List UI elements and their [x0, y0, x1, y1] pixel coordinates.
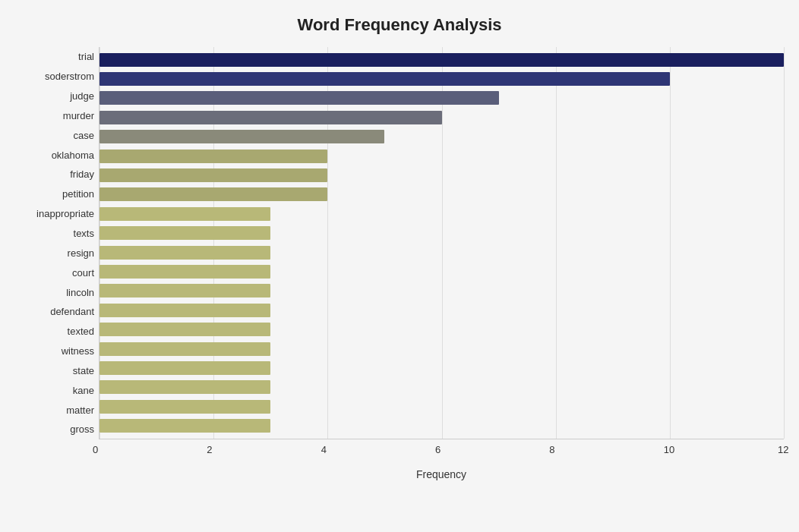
bar	[99, 72, 670, 86]
bar-row	[99, 109, 784, 126]
bar-row	[99, 186, 784, 203]
bar-row	[99, 90, 784, 106]
y-label: defendant	[15, 302, 94, 322]
bar-row	[99, 398, 784, 415]
bar-row	[99, 302, 784, 319]
x-tick: 10	[664, 444, 674, 455]
bar-row	[99, 128, 784, 145]
y-axis: trialsoderstromjudgemurdercaseoklahomafr…	[15, 47, 99, 439]
y-label: murder	[15, 106, 94, 126]
bar	[99, 53, 784, 67]
bar	[99, 284, 270, 297]
bars-area	[99, 47, 784, 439]
bar-row	[99, 167, 784, 184]
y-label: kane	[15, 380, 94, 400]
bar	[99, 226, 270, 240]
y-label: resign	[15, 243, 94, 263]
x-tick: 2	[207, 444, 212, 455]
bar-row	[99, 244, 784, 261]
chart-title: Word Frequency Analysis	[15, 15, 784, 35]
x-axis-label: Frequency	[99, 468, 784, 480]
y-label: judge	[15, 87, 94, 106]
y-label: witness	[15, 342, 94, 361]
bar-row	[99, 341, 784, 357]
bar	[99, 150, 327, 163]
y-label: petition	[15, 184, 94, 204]
bar	[99, 265, 270, 279]
y-label: texts	[15, 224, 94, 244]
bar	[99, 323, 270, 336]
bar	[99, 207, 270, 221]
bar	[99, 361, 270, 375]
bar-row	[99, 52, 784, 68]
bar	[99, 304, 270, 317]
y-label: soderstrom	[15, 67, 94, 87]
y-label: oklahoma	[15, 145, 94, 165]
y-label: state	[15, 361, 94, 381]
bar-row	[99, 379, 784, 395]
bar-row	[99, 263, 784, 280]
bar	[99, 342, 270, 356]
bar	[99, 380, 270, 394]
bar-row	[99, 282, 784, 299]
y-label: court	[15, 263, 94, 282]
bar	[99, 419, 270, 433]
x-tick: 6	[435, 444, 441, 455]
bar-row	[99, 321, 784, 338]
bar	[99, 246, 270, 260]
y-label: trial	[15, 47, 94, 67]
y-label: matter	[15, 400, 94, 420]
bar-row	[99, 148, 784, 165]
y-label: texted	[15, 322, 94, 342]
x-tick: 4	[321, 444, 327, 455]
bar	[99, 187, 327, 201]
bar-row	[99, 206, 784, 222]
chart-container: Word Frequency Analysis trialsoderstromj…	[0, 0, 799, 532]
bar	[99, 130, 384, 143]
grid-line	[784, 47, 785, 439]
y-label: friday	[15, 165, 94, 184]
x-tick: 12	[778, 444, 788, 455]
x-tick: 8	[549, 444, 554, 455]
y-label: lincoln	[15, 282, 94, 302]
y-label: case	[15, 125, 94, 145]
x-tick: 0	[93, 444, 98, 455]
bar	[99, 168, 327, 182]
x-axis: 024681012	[99, 444, 784, 467]
y-label: inappropriate	[15, 204, 94, 224]
bar	[99, 111, 442, 124]
bar-row	[99, 71, 784, 87]
bar-row	[99, 360, 784, 376]
y-label: gross	[15, 420, 94, 439]
bar-row	[99, 417, 784, 434]
bar	[99, 400, 270, 414]
bar-row	[99, 225, 784, 241]
bar	[99, 91, 499, 105]
